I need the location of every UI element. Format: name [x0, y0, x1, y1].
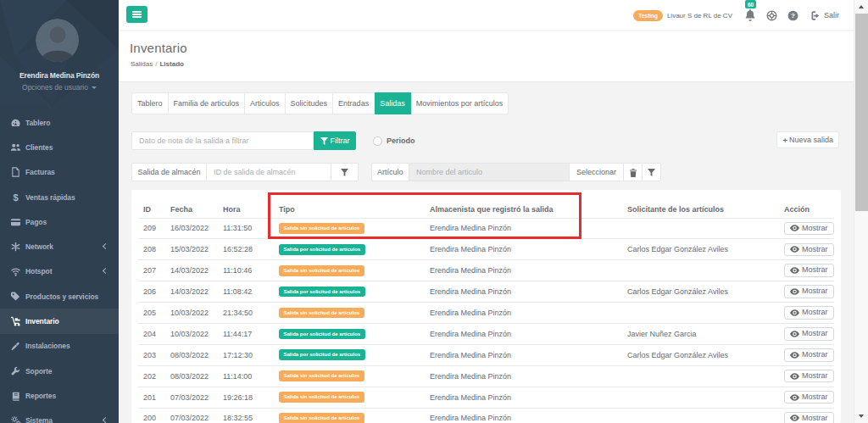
show-button[interactable]: Mostrar [784, 264, 834, 277]
cell-accion: Mostrar [779, 218, 834, 239]
sidebar-item-network[interactable]: Network [0, 234, 119, 259]
sidebar-item-tablero[interactable]: Tablero [0, 110, 119, 135]
sidebar-item-pagos[interactable]: Pagos [0, 209, 119, 234]
article-name-input[interactable] [409, 163, 570, 181]
menu-toggle-button[interactable] [126, 6, 147, 23]
tab-movimientos-por-art-culos[interactable]: Movimientos por artículos [411, 92, 509, 114]
cell-hora: 18:32:55 [218, 408, 274, 423]
cell-solicitante [622, 387, 779, 408]
column-header: Tipo [274, 197, 425, 218]
tab-salidas[interactable]: Salidas [375, 92, 411, 114]
cell-tipo: Salida por solicitud de artículos [274, 344, 425, 365]
article-filter-button[interactable] [643, 163, 661, 181]
warehouse-id-input[interactable] [207, 163, 331, 181]
sidebar-item-soporte[interactable]: Soporte [0, 359, 119, 383]
cell-fecha: 14/03/2022 [165, 281, 218, 303]
show-button[interactable]: Mostrar [784, 327, 834, 341]
table-row: 20107/03/202219:26:18Salida sin solicitu… [138, 387, 834, 408]
tag-icon [10, 292, 21, 302]
scroll-down-arrow[interactable] [854, 410, 868, 422]
svg-text:?: ? [791, 12, 795, 19]
table-row: 20007/03/202218:32:55Salida sin solicitu… [138, 408, 834, 423]
scroll-up-arrow[interactable] [854, 1, 868, 13]
show-button[interactable]: Mostrar [784, 348, 834, 362]
column-header: ID [138, 197, 165, 218]
eye-icon [790, 415, 799, 421]
cell-id: 204 [138, 323, 165, 344]
vertical-scrollbar[interactable] [854, 0, 868, 423]
table-row: 20510/03/202221:34:50Salida sin solicitu… [138, 303, 834, 324]
eye-icon [790, 288, 799, 295]
show-button[interactable]: Mostrar [784, 391, 834, 404]
sidebar-item-label: Instalaciones [25, 342, 70, 350]
sidebar-item-sistema[interactable]: Sistema [0, 409, 119, 423]
cell-fecha: 16/03/2022 [165, 218, 218, 239]
cell-accion: Mostrar [779, 281, 834, 303]
new-exit-button[interactable]: + Nueva salida [776, 131, 839, 148]
warehouse-filter-button[interactable] [331, 163, 359, 181]
clear-article-button[interactable] [624, 163, 643, 181]
dolly-icon [10, 316, 21, 326]
sidebar-item-label: Reportes [25, 392, 56, 400]
article-addon-label: Artículo [371, 163, 410, 181]
sidebar-item-reportes[interactable]: Reportes [0, 383, 119, 408]
show-button[interactable]: Mostrar [784, 306, 834, 320]
cell-solicitante [622, 260, 779, 281]
column-header: Solicitante de los artículos [622, 197, 779, 218]
select-article-button[interactable]: Seleccionar [570, 163, 624, 181]
table-row: 20614/03/202211:08:42Salida por solicitu… [138, 281, 834, 303]
sidebar-item-ventas-r-pidas[interactable]: $Ventas rápidas [0, 185, 119, 209]
show-button[interactable]: Mostrar [784, 412, 834, 423]
cell-tipo: Salida sin solicitud de artículos [274, 387, 425, 408]
period-radio[interactable] [373, 136, 382, 146]
cell-hora: 11:14:00 [218, 365, 274, 387]
eye-icon [790, 331, 799, 337]
column-header: Fecha [165, 197, 218, 218]
note-filter-input[interactable] [131, 131, 314, 150]
chevron-left-icon [103, 269, 108, 274]
help-button[interactable]: ? [787, 10, 798, 21]
sidebar-item-clientes[interactable]: Clientes [0, 135, 119, 159]
sidebar-item-label: Network [25, 242, 53, 251]
user-options-dropdown[interactable]: Opciones de usuario [0, 83, 119, 92]
show-button[interactable]: Mostrar [784, 222, 834, 236]
book-icon [10, 391, 21, 401]
tab-solicitudes[interactable]: Solicitudes [286, 92, 334, 114]
sidebar-item-productos-y-servicios[interactable]: Productos y servicios [0, 284, 119, 309]
logout-button[interactable]: Salir [809, 10, 839, 21]
scrollbar-thumb[interactable] [855, 14, 868, 211]
show-button[interactable]: Mostrar [784, 243, 834, 257]
notifications-button[interactable]: 60 [744, 9, 756, 21]
cell-hora: 17:12:30 [218, 344, 274, 365]
cell-tipo: Salida sin solicitud de artículos [274, 218, 425, 239]
svg-text:$: $ [13, 192, 18, 203]
table-row: 20714/03/202211:10:46Salida sin solicitu… [138, 260, 834, 281]
page-heading: Inventario Salidas/Listado [119, 31, 854, 82]
tab-familia-de-articulos[interactable]: Familia de articulos [169, 92, 246, 114]
gears-icon [10, 415, 21, 423]
type-badge: Salida sin solicitud de artículos [279, 265, 364, 276]
show-button[interactable]: Mostrar [784, 285, 834, 298]
sidebar-item-facturas[interactable]: Facturas [0, 160, 119, 185]
cell-id: 206 [138, 281, 165, 303]
tab-entradas[interactable]: Entradas [333, 92, 375, 114]
top-navbar: Testing Livaur S de RL de CV 60 ? Salir [119, 0, 854, 31]
language-button[interactable] [766, 10, 777, 21]
avatar[interactable] [36, 19, 79, 62]
breadcrumb-parent[interactable]: Salidas [131, 60, 153, 68]
chevron-left-icon [103, 244, 108, 249]
sidebar-item-instalaciones[interactable]: Instalaciones [0, 334, 119, 359]
period-radio-group: Periodo [373, 131, 415, 150]
sidebar-item-inventario[interactable]: Inventario [0, 309, 119, 333]
cell-solicitante [622, 408, 779, 423]
tab-tablero[interactable]: Tablero [131, 92, 169, 114]
company-name: Livaur S de RL de CV [667, 12, 732, 19]
filter-button[interactable]: Filtrar [314, 131, 356, 150]
file-icon [10, 167, 21, 177]
cell-hora: 11:31:50 [218, 218, 274, 239]
tab-articulos[interactable]: Articulos [245, 92, 286, 114]
show-button[interactable]: Mostrar [784, 370, 834, 383]
cell-almacenista: Erendira Medina Pinzón [425, 365, 622, 387]
sidebar-item-hotspot[interactable]: Hotspot [0, 259, 119, 284]
cell-hora: 11:10:46 [218, 260, 274, 281]
